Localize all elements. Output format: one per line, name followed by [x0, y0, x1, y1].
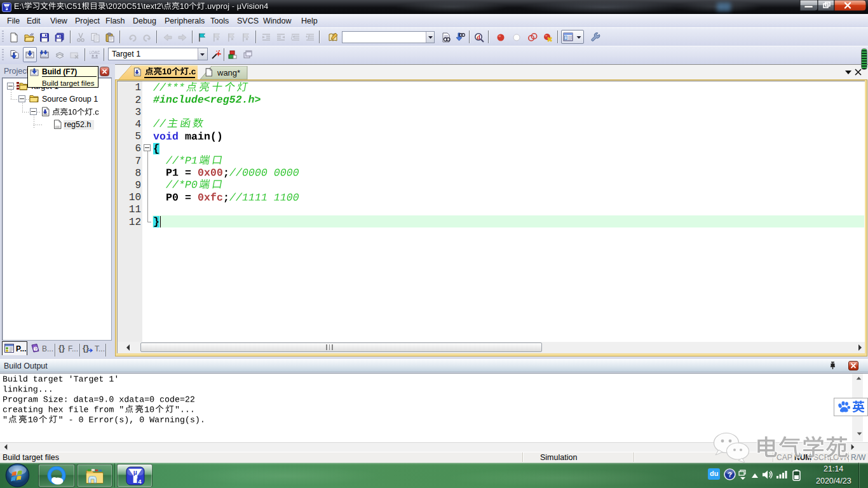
svg-text:?: ? [728, 471, 732, 478]
svg-text:d: d [477, 34, 480, 41]
svg-text:4: 4 [138, 478, 142, 485]
svg-text:?: ? [34, 347, 37, 351]
svg-text:µ: µ [133, 468, 137, 476]
svg-text:µ: µ [5, 4, 8, 10]
svg-text:*/: */ [306, 34, 310, 41]
svg-text:LOAD: LOAD [90, 50, 100, 55]
svg-text:/*: /* [291, 34, 295, 41]
